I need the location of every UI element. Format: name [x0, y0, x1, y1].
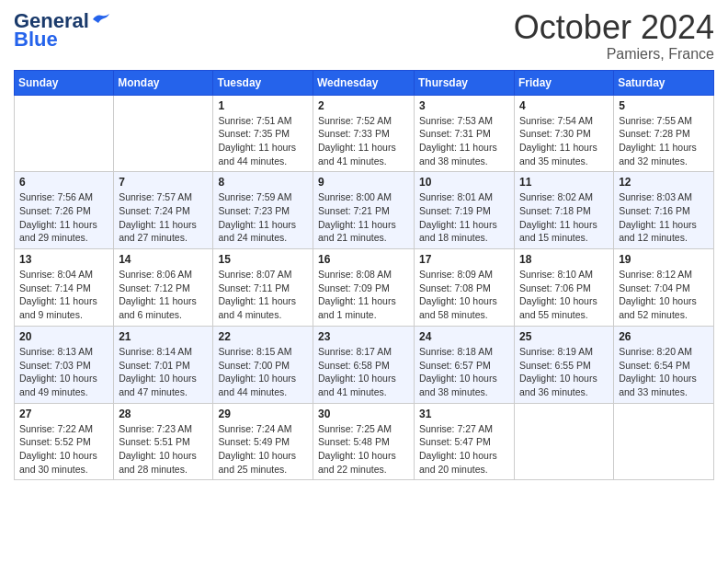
logo-blue-text: Blue: [14, 28, 58, 52]
table-cell: 4Sunrise: 7:54 AM Sunset: 7:30 PM Daylig…: [515, 95, 614, 172]
table-cell: 20Sunrise: 8:13 AM Sunset: 7:03 PM Dayli…: [15, 326, 114, 403]
calendar-header-row: Sunday Monday Tuesday Wednesday Thursday…: [15, 70, 714, 95]
day-number: 4: [519, 99, 609, 112]
table-cell: 3Sunrise: 7:53 AM Sunset: 7:31 PM Daylig…: [415, 95, 515, 172]
day-info: Sunrise: 8:06 AM Sunset: 7:12 PM Dayligh…: [119, 268, 208, 322]
table-cell: 13Sunrise: 8:04 AM Sunset: 7:14 PM Dayli…: [15, 249, 114, 327]
day-number: 6: [19, 176, 108, 189]
day-number: 7: [119, 176, 208, 189]
day-number: 29: [218, 408, 308, 420]
table-cell: [515, 403, 614, 480]
day-number: 21: [119, 330, 208, 343]
day-info: Sunrise: 8:18 AM Sunset: 6:57 PM Dayligh…: [419, 345, 509, 399]
table-cell: 24Sunrise: 8:18 AM Sunset: 6:57 PM Dayli…: [415, 326, 515, 403]
day-info: Sunrise: 7:27 AM Sunset: 5:47 PM Dayligh…: [419, 422, 509, 477]
day-info: Sunrise: 7:52 AM Sunset: 7:33 PM Dayligh…: [318, 114, 409, 168]
day-number: 22: [218, 330, 308, 343]
table-cell: 8Sunrise: 7:59 AM Sunset: 7:23 PM Daylig…: [213, 172, 313, 249]
table-cell: 2Sunrise: 7:52 AM Sunset: 7:33 PM Daylig…: [313, 95, 415, 172]
day-info: Sunrise: 7:25 AM Sunset: 5:48 PM Dayligh…: [318, 422, 409, 477]
week-row-1: 1Sunrise: 7:51 AM Sunset: 7:35 PM Daylig…: [15, 95, 714, 172]
day-number: 17: [419, 253, 509, 266]
day-info: Sunrise: 7:51 AM Sunset: 7:35 PM Dayligh…: [218, 114, 308, 168]
day-number: 1: [218, 99, 308, 112]
day-info: Sunrise: 7:57 AM Sunset: 7:24 PM Dayligh…: [119, 190, 208, 245]
table-cell: 19Sunrise: 8:12 AM Sunset: 7:04 PM Dayli…: [614, 249, 714, 327]
table-cell: 9Sunrise: 8:00 AM Sunset: 7:21 PM Daylig…: [313, 172, 415, 249]
day-number: 14: [119, 253, 208, 266]
location: Pamiers, France: [514, 46, 714, 63]
table-cell: 30Sunrise: 7:25 AM Sunset: 5:48 PM Dayli…: [313, 403, 415, 480]
day-info: Sunrise: 8:14 AM Sunset: 7:01 PM Dayligh…: [119, 345, 208, 399]
day-number: 10: [419, 176, 509, 189]
col-monday: Monday: [114, 70, 213, 95]
day-number: 24: [419, 330, 509, 343]
day-number: 3: [419, 99, 509, 112]
table-cell: 17Sunrise: 8:09 AM Sunset: 7:08 PM Dayli…: [415, 249, 515, 327]
day-info: Sunrise: 7:54 AM Sunset: 7:30 PM Dayligh…: [519, 114, 609, 168]
day-info: Sunrise: 8:15 AM Sunset: 7:00 PM Dayligh…: [218, 345, 308, 399]
table-cell: 15Sunrise: 8:07 AM Sunset: 7:11 PM Dayli…: [213, 249, 313, 327]
day-info: Sunrise: 8:12 AM Sunset: 7:04 PM Dayligh…: [619, 268, 709, 322]
day-number: 8: [218, 176, 308, 189]
calendar: Sunday Monday Tuesday Wednesday Thursday…: [14, 70, 714, 481]
table-cell: 22Sunrise: 8:15 AM Sunset: 7:00 PM Dayli…: [213, 326, 313, 403]
table-cell: 23Sunrise: 8:17 AM Sunset: 6:58 PM Dayli…: [313, 326, 415, 403]
table-cell: [15, 95, 114, 172]
table-cell: 14Sunrise: 8:06 AM Sunset: 7:12 PM Dayli…: [114, 249, 213, 327]
table-cell: 16Sunrise: 8:08 AM Sunset: 7:09 PM Dayli…: [313, 249, 415, 327]
week-row-5: 27Sunrise: 7:22 AM Sunset: 5:52 PM Dayli…: [15, 403, 714, 480]
table-cell: 6Sunrise: 7:56 AM Sunset: 7:26 PM Daylig…: [15, 172, 114, 249]
day-info: Sunrise: 8:04 AM Sunset: 7:14 PM Dayligh…: [19, 268, 108, 322]
day-number: 16: [318, 253, 409, 266]
day-info: Sunrise: 8:20 AM Sunset: 6:54 PM Dayligh…: [619, 345, 709, 399]
day-number: 28: [119, 408, 208, 420]
day-info: Sunrise: 7:22 AM Sunset: 5:52 PM Dayligh…: [19, 422, 108, 477]
day-info: Sunrise: 8:10 AM Sunset: 7:06 PM Dayligh…: [519, 268, 609, 322]
table-cell: 12Sunrise: 8:03 AM Sunset: 7:16 PM Dayli…: [614, 172, 714, 249]
day-number: 31: [419, 408, 509, 420]
day-number: 20: [19, 330, 108, 343]
table-cell: [114, 95, 213, 172]
day-number: 2: [318, 99, 409, 112]
day-number: 9: [318, 176, 409, 189]
day-info: Sunrise: 7:59 AM Sunset: 7:23 PM Dayligh…: [218, 190, 308, 245]
col-sunday: Sunday: [15, 70, 114, 95]
day-info: Sunrise: 7:23 AM Sunset: 5:51 PM Dayligh…: [119, 422, 208, 477]
header: General Blue October 2024 Pamiers, Franc…: [14, 9, 714, 63]
table-cell: 28Sunrise: 7:23 AM Sunset: 5:51 PM Dayli…: [114, 403, 213, 480]
col-wednesday: Wednesday: [313, 70, 415, 95]
col-friday: Friday: [515, 70, 614, 95]
day-number: 5: [619, 99, 709, 112]
table-cell: 11Sunrise: 8:02 AM Sunset: 7:18 PM Dayli…: [515, 172, 614, 249]
day-info: Sunrise: 8:00 AM Sunset: 7:21 PM Dayligh…: [318, 190, 409, 245]
day-info: Sunrise: 8:02 AM Sunset: 7:18 PM Dayligh…: [519, 190, 609, 245]
day-info: Sunrise: 8:08 AM Sunset: 7:09 PM Dayligh…: [318, 268, 409, 322]
logo: General Blue: [14, 9, 111, 52]
day-number: 12: [619, 176, 709, 189]
week-row-2: 6Sunrise: 7:56 AM Sunset: 7:26 PM Daylig…: [15, 172, 714, 249]
day-number: 23: [318, 330, 409, 343]
day-info: Sunrise: 8:07 AM Sunset: 7:11 PM Dayligh…: [218, 268, 308, 322]
col-saturday: Saturday: [614, 70, 714, 95]
table-cell: 21Sunrise: 8:14 AM Sunset: 7:01 PM Dayli…: [114, 326, 213, 403]
day-info: Sunrise: 8:03 AM Sunset: 7:16 PM Dayligh…: [619, 190, 709, 245]
table-cell: 5Sunrise: 7:55 AM Sunset: 7:28 PM Daylig…: [614, 95, 714, 172]
week-row-4: 20Sunrise: 8:13 AM Sunset: 7:03 PM Dayli…: [15, 326, 714, 403]
table-cell: 25Sunrise: 8:19 AM Sunset: 6:55 PM Dayli…: [515, 326, 614, 403]
table-cell: [614, 403, 714, 480]
col-tuesday: Tuesday: [213, 70, 313, 95]
table-cell: 26Sunrise: 8:20 AM Sunset: 6:54 PM Dayli…: [614, 326, 714, 403]
day-info: Sunrise: 8:19 AM Sunset: 6:55 PM Dayligh…: [519, 345, 609, 399]
logo-bird-icon: [91, 12, 111, 27]
table-cell: 7Sunrise: 7:57 AM Sunset: 7:24 PM Daylig…: [114, 172, 213, 249]
month-title: October 2024: [514, 9, 714, 46]
day-info: Sunrise: 7:56 AM Sunset: 7:26 PM Dayligh…: [19, 190, 108, 245]
day-number: 13: [19, 253, 108, 266]
table-cell: 1Sunrise: 7:51 AM Sunset: 7:35 PM Daylig…: [213, 95, 313, 172]
day-info: Sunrise: 7:24 AM Sunset: 5:49 PM Dayligh…: [218, 422, 308, 477]
page: General Blue October 2024 Pamiers, Franc…: [0, 0, 728, 494]
table-cell: 18Sunrise: 8:10 AM Sunset: 7:06 PM Dayli…: [515, 249, 614, 327]
day-number: 26: [619, 330, 709, 343]
day-info: Sunrise: 7:53 AM Sunset: 7:31 PM Dayligh…: [419, 114, 509, 168]
